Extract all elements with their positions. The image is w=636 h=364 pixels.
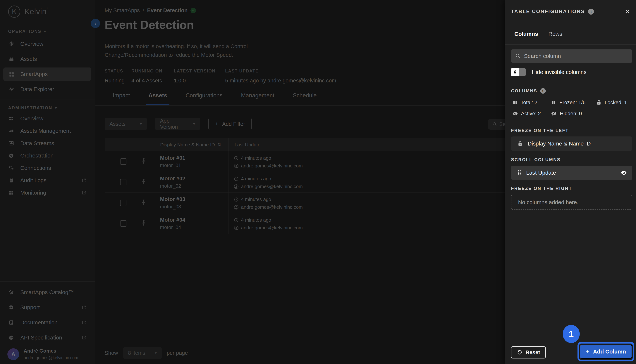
freeze-right-dropzone: No columns added here. xyxy=(511,195,632,210)
sidebar-item-assets[interactable]: Assets xyxy=(3,52,91,66)
table-search-input[interactable]: Se xyxy=(488,119,505,130)
sidebar-item-monitoring[interactable]: Monitoring xyxy=(3,187,91,198)
page-size-dropdown[interactable]: 8 items ▾ xyxy=(123,347,162,359)
kelvin-logo-icon: K xyxy=(8,6,20,18)
sidebar-item-assets-management[interactable]: Assets Management xyxy=(3,125,91,137)
sidebar-item-audit-logs[interactable]: Audit Logs xyxy=(3,174,91,186)
logo-text: Kelvin xyxy=(24,7,47,16)
table-row[interactable]: Motor #03 motor_03 4 minutes ago andre.g… xyxy=(105,192,505,213)
reset-icon xyxy=(517,350,522,355)
row-checkbox[interactable] xyxy=(120,220,126,226)
stat-running-on: RUNNING ON 4 of 4 Assets xyxy=(131,68,165,84)
reset-button[interactable]: Reset xyxy=(511,346,546,358)
external-link-icon xyxy=(81,335,87,340)
sidebar-collapse-button[interactable]: ‹ xyxy=(91,19,100,28)
administration-section-header[interactable]: ADMINISTRATION ▾ xyxy=(0,104,95,112)
operations-section-header[interactable]: OPERATIONS ▾ xyxy=(0,27,95,36)
page-description: Monitors if a motor is overheating. If s… xyxy=(105,42,248,60)
sort-icon[interactable]: ⇅ xyxy=(217,142,221,148)
orchestration-icon xyxy=(9,153,20,158)
freeze-right-header: FREEZE ON THE RIGHT xyxy=(511,186,572,191)
breadcrumb-parent[interactable]: My SmartApps xyxy=(105,8,140,14)
tab-management[interactable]: Management xyxy=(239,92,277,104)
scroll-column-item[interactable]: Last Update xyxy=(511,166,632,180)
info-icon[interactable]: i xyxy=(588,9,594,14)
main-content: My SmartApps / Event Detection ✓ Event D… xyxy=(95,0,505,364)
sidebar-divider xyxy=(0,100,95,100)
clock-icon xyxy=(234,176,239,181)
pin-icon[interactable] xyxy=(141,220,146,226)
row-checkbox[interactable] xyxy=(120,179,126,185)
sidebar-item-data-explorer[interactable]: Data Explorer xyxy=(3,82,91,96)
user-icon xyxy=(234,205,239,210)
chevron-down-icon: ▾ xyxy=(187,122,195,126)
plus-icon: + xyxy=(586,348,589,355)
tab-configurations[interactable]: Configurations xyxy=(183,92,225,104)
per-page-label: per page xyxy=(167,350,188,356)
add-column-button[interactable]: + Add Column xyxy=(580,345,632,359)
sidebar-item-smartapps-catalog[interactable]: SmartApps Catalog™ xyxy=(3,286,91,299)
drag-handle-icon[interactable] xyxy=(517,170,521,176)
frozen-column-item[interactable]: Display Name & Name ID xyxy=(511,136,632,151)
search-column-input[interactable] xyxy=(524,53,628,59)
row-checkbox[interactable] xyxy=(120,158,126,165)
column-header-last-update[interactable]: Last Update xyxy=(235,142,260,148)
pin-icon[interactable] xyxy=(141,158,146,164)
hide-invisible-toggle[interactable] xyxy=(511,68,526,76)
overview-icon xyxy=(9,41,20,47)
add-column-highlight-ring: + Add Column xyxy=(577,342,634,362)
column-search[interactable] xyxy=(511,50,632,63)
tab-schedule[interactable]: Schedule xyxy=(291,92,319,104)
user-email: andre.gomes@kelvininc.com xyxy=(24,355,78,360)
page-title: Event Detection xyxy=(105,18,194,32)
add-filter-button[interactable]: + Add Filter xyxy=(208,118,252,130)
sidebar-item-documentation[interactable]: Documentation xyxy=(3,316,91,329)
info-icon[interactable]: i xyxy=(540,88,546,94)
close-icon[interactable]: ✕ xyxy=(625,8,630,15)
tab-assets[interactable]: Assets xyxy=(146,92,169,104)
tab-rows[interactable]: Rows xyxy=(548,31,562,37)
chevron-down-icon: ▾ xyxy=(155,350,157,355)
chevron-down-icon: ▾ xyxy=(134,122,142,126)
breadcrumb-separator: / xyxy=(143,8,144,14)
row-checkbox[interactable] xyxy=(120,200,126,206)
data-streams-icon xyxy=(9,140,20,146)
sidebar-item-support[interactable]: Support xyxy=(3,301,91,314)
table-row[interactable]: Motor #02 motor_02 4 minutes ago andre.g… xyxy=(105,172,505,192)
sidebar-item-connections[interactable]: Connections xyxy=(3,162,91,174)
column-divider xyxy=(228,151,228,172)
pin-icon[interactable] xyxy=(141,178,146,185)
user-icon xyxy=(234,184,239,189)
tab-impact[interactable]: Impact xyxy=(111,92,132,104)
freeze-left-header: FREEZE ON THE LEFT xyxy=(511,128,569,133)
sidebar-item-admin-overview[interactable]: Overview xyxy=(3,113,91,124)
table-row[interactable]: Motor #01 motor_01 4 minutes ago andre.g… xyxy=(105,151,505,172)
chevron-left-icon: ‹ xyxy=(95,20,96,26)
app-version-filter-dropdown[interactable]: App Version ▾ xyxy=(155,118,200,130)
app-stats: STATUS Running RUNNING ON 4 of 4 Assets … xyxy=(105,68,346,84)
table-configurations-panel: TABLE CONFIGURATIONS i ✕ Columns Rows Hi… xyxy=(505,0,636,364)
assets-filter-dropdown[interactable]: Assets ▾ xyxy=(105,118,147,130)
stat-total: Total: 2 xyxy=(512,100,551,106)
tabs-divider xyxy=(95,106,505,106)
table-row[interactable]: Motor #04 motor_04 4 minutes ago andre.g… xyxy=(105,213,505,234)
sidebar-item-api-specification[interactable]: API Specification xyxy=(3,331,91,344)
stat-status: STATUS Running xyxy=(105,68,122,84)
registered-mark: ° xyxy=(47,7,48,10)
show-label: Show xyxy=(105,350,118,356)
smartapps-icon xyxy=(9,71,20,77)
breadcrumb: My SmartApps / Event Detection ✓ xyxy=(105,8,196,14)
user-profile[interactable]: A André Gomes andre.gomes@kelvininc.com xyxy=(0,345,95,364)
sidebar-item-data-streams[interactable]: Data Streams xyxy=(3,138,91,149)
external-link-icon xyxy=(81,190,87,195)
eye-icon[interactable] xyxy=(620,170,627,176)
tab-columns[interactable]: Columns xyxy=(514,31,538,37)
sidebar-item-smartapps[interactable]: SmartApps xyxy=(3,68,91,81)
sidebar-item-orchestration[interactable]: Orchestration xyxy=(3,150,91,161)
data-explorer-icon xyxy=(9,86,20,92)
column-header-display-name[interactable]: Display Name & Name ID ⇅ xyxy=(160,142,221,148)
pin-icon[interactable] xyxy=(141,199,146,206)
assets-management-icon xyxy=(9,128,20,134)
search-icon xyxy=(492,122,497,127)
sidebar-item-overview[interactable]: Overview xyxy=(3,37,91,50)
